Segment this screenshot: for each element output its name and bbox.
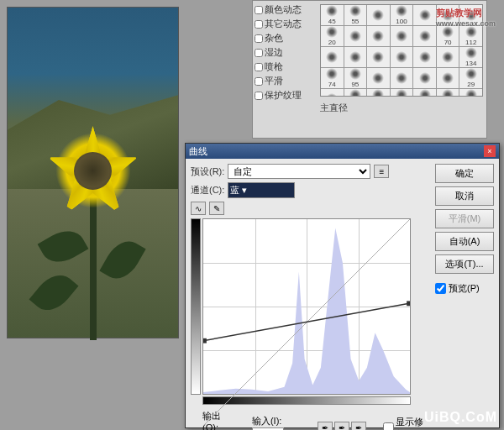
brush-preset[interactable]: 20 <box>321 26 344 46</box>
brush-preset[interactable]: 74 <box>321 68 344 88</box>
brush-option[interactable]: 喷枪 <box>255 60 315 74</box>
brush-preset[interactable] <box>367 68 390 88</box>
pencil-tool-icon[interactable]: ✎ <box>209 202 224 215</box>
brush-option[interactable]: 杂色 <box>255 31 315 45</box>
curves-title: 曲线 <box>189 145 207 158</box>
brush-preset[interactable] <box>437 47 459 67</box>
brush-preset[interactable]: 45 <box>321 5 344 25</box>
brush-preset[interactable]: 134 <box>459 47 482 67</box>
preset-select[interactable]: 自定 <box>228 164 370 179</box>
brush-preset[interactable] <box>367 5 390 25</box>
brush-preset[interactable]: 55 <box>344 5 367 25</box>
cancel-button[interactable]: 取消 <box>435 186 494 206</box>
brush-preset[interactable]: 192 <box>344 89 367 97</box>
brush-preset[interactable] <box>437 68 459 88</box>
output-gradient <box>191 218 201 395</box>
svg-rect-3 <box>203 338 207 343</box>
close-icon[interactable]: × <box>484 145 496 157</box>
curves-dialog: 曲线 × 预设(R): 自定 ≡ 通道(C): 蓝 ▾ ∿ ✎ <box>185 143 500 428</box>
brush-preset[interactable] <box>344 26 367 46</box>
brush-preset[interactable]: 36 <box>367 89 390 97</box>
channel-label: 通道(C): <box>191 184 224 197</box>
brush-preset[interactable] <box>367 47 390 67</box>
auto-button[interactable]: 自动(A) <box>435 232 494 251</box>
leaf <box>29 267 79 318</box>
brush-option[interactable]: 保护纹理 <box>255 88 315 102</box>
preset-menu-icon[interactable]: ≡ <box>374 165 389 178</box>
brush-preset[interactable]: 70 <box>437 26 459 46</box>
brush-option[interactable]: 其它动态 <box>255 17 315 31</box>
brush-option[interactable]: 平滑 <box>255 74 315 88</box>
brush-preset[interactable] <box>413 5 436 25</box>
brush-option[interactable]: 湿边 <box>255 45 315 60</box>
leaf <box>37 223 88 270</box>
brush-preset[interactable] <box>321 47 344 67</box>
diameter-label: 主直径 <box>320 102 483 114</box>
brush-preset[interactable] <box>344 47 367 67</box>
brush-preset[interactable] <box>321 89 344 97</box>
channel-select[interactable]: 蓝 ▾ <box>228 182 295 198</box>
brush-preset[interactable] <box>391 26 413 46</box>
curve-tool-icon[interactable]: ∿ <box>191 202 206 215</box>
brush-preset[interactable]: 36 <box>391 89 413 97</box>
brush-preset[interactable] <box>367 26 390 46</box>
brush-preset[interactable]: 29 <box>459 68 482 88</box>
brush-options-list: 颜色动态其它动态杂色湿边喷枪平滑保护纹理 <box>253 1 317 138</box>
curve-lines <box>203 219 410 426</box>
ok-button[interactable]: 确定 <box>435 164 494 183</box>
brush-preset[interactable]: 100 <box>391 5 413 25</box>
leaf <box>100 234 146 286</box>
brush-preset[interactable]: 112 <box>459 26 482 46</box>
brush-option[interactable]: 颜色动态 <box>255 3 315 17</box>
brush-preset[interactable]: 33 <box>413 89 436 97</box>
stem <box>90 189 97 340</box>
preview-checkbox[interactable]: 预览(P) <box>435 282 494 295</box>
curves-graph[interactable] <box>202 218 411 395</box>
flower-center <box>74 152 112 190</box>
watermark-top: 剪贴教学网 www.wesax.com <box>436 7 496 28</box>
brush-preset[interactable] <box>413 26 436 46</box>
brush-preset[interactable] <box>413 47 436 67</box>
brush-preset[interactable] <box>413 68 436 88</box>
watermark-bottom: UiBQ.CoM <box>424 410 497 425</box>
brush-preset[interactable]: 66 <box>459 89 482 97</box>
brush-preset[interactable]: 95 <box>344 68 367 88</box>
svg-rect-2 <box>407 301 410 306</box>
brush-preset[interactable]: 63 <box>437 89 459 97</box>
document-photo <box>7 7 179 338</box>
brush-preset[interactable] <box>391 47 413 67</box>
brush-preset[interactable] <box>391 68 413 88</box>
sunflower <box>55 133 131 208</box>
curves-titlebar[interactable]: 曲线 × <box>186 144 499 159</box>
preset-label: 预设(R): <box>191 165 224 178</box>
options-button[interactable]: 选项(T)... <box>435 254 494 274</box>
svg-line-1 <box>203 303 409 340</box>
smooth-button: 平滑(M) <box>435 209 494 228</box>
